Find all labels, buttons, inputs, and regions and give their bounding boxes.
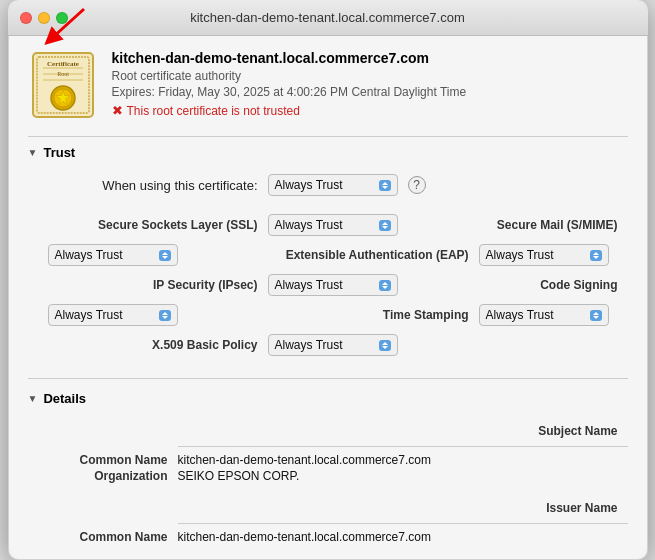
ssl-dropdown-icon xyxy=(379,220,391,231)
issuer-separator xyxy=(178,523,628,524)
trust-codesign-select[interactable]: Always Trust xyxy=(48,304,178,326)
svg-text:Certificate: Certificate xyxy=(47,60,79,68)
trust-ssl-select-wrap: Always Trust xyxy=(268,210,479,240)
chevron-down-icon xyxy=(162,256,168,259)
detail-row-common-name: Common Name kitchen-dan-demo-tenant.loca… xyxy=(48,453,628,467)
certificate-window: kitchen-dan-demo-tenant.local.commerce7.… xyxy=(8,0,648,560)
cert-name: kitchen-dan-demo-tenant.local.commerce7.… xyxy=(112,50,628,66)
codesign-dropdown-icon xyxy=(159,310,171,321)
trust-timestamp-select[interactable]: Always Trust xyxy=(479,304,609,326)
trust-eap-select[interactable]: Always Trust xyxy=(479,244,609,266)
trust-main-select[interactable]: Always Trust xyxy=(268,174,398,196)
issuer-name-header: Issuer Name xyxy=(48,493,628,519)
details-section-header[interactable]: ▼ Details xyxy=(28,391,628,406)
content-area: Certificate Root kitchen-dan-demo-tenant… xyxy=(8,36,648,560)
chevron-down-icon xyxy=(382,346,388,349)
trust-ssl-select[interactable]: Always Trust xyxy=(268,214,398,236)
chevron-up-icon xyxy=(382,282,388,285)
issuer-common-name-value: kitchen-dan-demo-tenant.local.commerce7.… xyxy=(178,530,431,544)
trust-main-value: Always Trust xyxy=(275,178,375,192)
trust-smime-select-wrap: Always Trust xyxy=(48,240,268,270)
cert-warning: ✖ This root certificate is not trusted xyxy=(112,103,628,118)
chevron-down-icon xyxy=(593,316,599,319)
help-button[interactable]: ? xyxy=(408,176,426,194)
trust-codesign-label: Code Signing xyxy=(479,270,628,300)
chevron-down-icon xyxy=(593,256,599,259)
chevron-up-icon xyxy=(382,182,388,185)
smime-dropdown-icon xyxy=(159,250,171,261)
chevron-up-icon xyxy=(382,342,388,345)
trust-ipsec-select-wrap: Always Trust xyxy=(268,270,479,300)
chevron-up-icon xyxy=(382,222,388,225)
organization-label: Organization xyxy=(48,469,178,483)
trust-smime-value: Always Trust xyxy=(55,248,155,262)
chevron-up-icon xyxy=(593,312,599,315)
chevron-down-icon xyxy=(382,226,388,229)
trust-triangle-icon: ▼ xyxy=(28,147,38,158)
details-grid: Subject Name Common Name kitchen-dan-dem… xyxy=(48,416,628,544)
trust-section-header[interactable]: ▼ Trust xyxy=(28,145,628,160)
titlebar-title: kitchen-dan-demo-tenant.local.commerce7.… xyxy=(8,10,648,25)
trust-eap-value: Always Trust xyxy=(486,248,586,262)
minimize-button[interactable] xyxy=(38,12,50,24)
trust-timestamp-value: Always Trust xyxy=(486,308,586,322)
common-name-label: Common Name xyxy=(48,453,178,467)
chevron-up-icon xyxy=(162,252,168,255)
chevron-down-icon xyxy=(162,316,168,319)
detail-row-org: Organization SEIKO EPSON CORP. xyxy=(48,469,628,483)
trust-x509-select[interactable]: Always Trust xyxy=(268,334,398,356)
trust-spacer xyxy=(48,200,628,210)
trust-codesign-select-wrap: Always Trust xyxy=(48,300,268,330)
cert-warning-text: This root certificate is not trusted xyxy=(127,104,300,118)
ipsec-dropdown-icon xyxy=(379,280,391,291)
close-button[interactable] xyxy=(20,12,32,24)
cert-expires: Expires: Friday, May 30, 2025 at 4:00:26… xyxy=(112,85,628,99)
subject-separator xyxy=(178,446,628,447)
trust-x509-value: Always Trust xyxy=(275,338,375,352)
detail-row-issuer-common-name: Common Name kitchen-dan-demo-tenant.loca… xyxy=(48,530,628,544)
timestamp-dropdown-icon xyxy=(590,310,602,321)
trust-ipsec-label: IP Security (IPsec) xyxy=(48,270,268,300)
x509-dropdown-icon xyxy=(379,340,391,351)
details-triangle-icon: ▼ xyxy=(28,393,38,404)
trust-eap-select-wrap: Always Trust xyxy=(479,240,628,270)
cert-header: Certificate Root kitchen-dan-demo-tenant… xyxy=(28,50,628,120)
issuer-common-name-label: Common Name xyxy=(48,530,178,544)
divider-trust xyxy=(28,136,628,137)
trust-x509-select-wrap: Always Trust xyxy=(268,330,479,360)
trust-ipsec-value: Always Trust xyxy=(275,278,375,292)
titlebar: kitchen-dan-demo-tenant.local.commerce7.… xyxy=(8,0,648,36)
trust-main-dropdown-icon xyxy=(379,180,391,191)
chevron-up-icon xyxy=(162,312,168,315)
chevron-down-icon xyxy=(382,186,388,189)
trust-codesign-value: Always Trust xyxy=(55,308,155,322)
trust-smime-select[interactable]: Always Trust xyxy=(48,244,178,266)
trust-ssl-label: Secure Sockets Layer (SSL) xyxy=(48,210,268,240)
cert-info: kitchen-dan-demo-tenant.local.commerce7.… xyxy=(112,50,628,118)
trust-ssl-value: Always Trust xyxy=(275,218,375,232)
organization-value: SEIKO EPSON CORP. xyxy=(178,469,300,483)
trust-ipsec-select[interactable]: Always Trust xyxy=(268,274,398,296)
details-section: ▼ Details Subject Name Common Name kitch… xyxy=(28,391,628,544)
subject-name-header: Subject Name xyxy=(48,416,628,442)
trust-eap-label: Extensible Authentication (EAP) xyxy=(268,240,479,270)
trust-grid: When using this certificate: Always Trus… xyxy=(48,170,628,360)
details-section-title: Details xyxy=(43,391,86,406)
eap-dropdown-icon xyxy=(590,250,602,261)
trust-timestamp-label: Time Stamping xyxy=(268,300,479,330)
trust-timestamp-select-wrap: Always Trust xyxy=(479,300,628,330)
chevron-down-icon xyxy=(382,286,388,289)
trust-section-title: Trust xyxy=(43,145,75,160)
divider-details xyxy=(28,378,628,379)
traffic-lights xyxy=(20,12,68,24)
warning-icon: ✖ xyxy=(112,103,123,118)
trust-main-select-wrap: Always Trust ? xyxy=(268,170,479,200)
cert-icon: Certificate Root xyxy=(28,50,98,120)
common-name-value: kitchen-dan-demo-tenant.local.commerce7.… xyxy=(178,453,431,467)
chevron-up-icon xyxy=(593,252,599,255)
trust-smime-label: Secure Mail (S/MIME) xyxy=(479,210,628,240)
trust-when-label: When using this certificate: xyxy=(48,170,268,200)
maximize-button[interactable] xyxy=(56,12,68,24)
cert-subtitle: Root certificate authority xyxy=(112,69,628,83)
trust-x509-label: X.509 Basic Policy xyxy=(48,330,268,360)
